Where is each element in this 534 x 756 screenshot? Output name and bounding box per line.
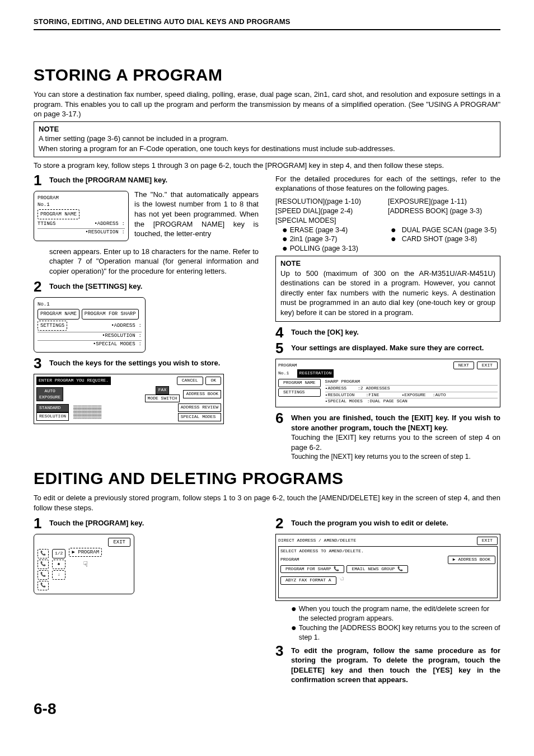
scr-button[interactable]: SETTINGS	[278, 388, 321, 397]
program-item[interactable]: ABYZ FAX FORMAT A	[280, 576, 336, 585]
scr-label: •RESOLUTION	[325, 392, 355, 398]
bullet-icon: ●	[291, 623, 297, 632]
step1-body-right: The "No." that automatically appears is …	[134, 190, 259, 241]
screen-program-name: PROGRAM No.1 PROGRAM NAME TTINGS •ADDRES…	[34, 191, 129, 241]
ref: [EXPOSURE](page 1-11)	[388, 197, 500, 206]
ref: [SPECIAL MODES]	[275, 216, 500, 226]
bullet-icon: ●	[282, 234, 288, 243]
note-body: Up to 500 (maximum of 300 on the AR-M351…	[280, 269, 495, 318]
step1-body-below: screen appears. Enter up to 18 character…	[49, 247, 259, 276]
ok-button[interactable]: OK	[205, 377, 221, 385]
scr-label: REGISTRATION	[297, 369, 334, 378]
step-title: Touch the program you wish to edit or de…	[291, 516, 448, 528]
step-number: 5	[275, 341, 287, 355]
step-number: 1	[34, 516, 45, 530]
step-1: 1 Touch the [PROGRAM NAME] key.	[34, 173, 259, 187]
bullet-text: When you touch the program name, the edi…	[299, 604, 500, 623]
screen-program-key: EXIT 📞 📞 📞 📞 1/2 ♠ ↓ ▶ PROGRAM ☟	[34, 534, 134, 594]
step-2: 2 Touch the [SETTINGS] key.	[34, 279, 259, 294]
step-6: 6 When you are finished, touch the [EXIT…	[275, 411, 500, 433]
scr-label: •ADDRESS	[325, 386, 346, 392]
bullet-icon: ●	[391, 234, 396, 243]
scr-label: No.1	[38, 301, 142, 308]
scr-label: PROGRAM	[280, 557, 299, 563]
note-box-1: NOTE A timer setting (page 3-6) cannot b…	[34, 121, 500, 158]
intro-editing: To edit or delete a previously stored pr…	[34, 493, 500, 513]
address-book-button[interactable]: ▶ ADDRESS BOOK	[448, 556, 495, 564]
scr-label: •RESOLUTION	[85, 229, 125, 236]
ref: [RESOLUTION](page 1-10)	[275, 197, 388, 206]
step-title: When you are finished, touch the [EXIT] …	[291, 411, 500, 433]
hand-pointer-icon: ☜	[339, 575, 343, 584]
edit-step-3: 3 To edit the program, follow the same p…	[275, 644, 500, 685]
up-icon[interactable]: ♠	[52, 560, 65, 569]
scr-label: TTINGS	[38, 220, 55, 227]
cancel-button[interactable]: CANCEL	[177, 377, 203, 385]
address-review-button[interactable]: ADDRESS REVIEW	[178, 403, 221, 412]
program-button[interactable]: ▶ PROGRAM	[69, 548, 102, 557]
settings-button[interactable]: SETTINGS	[38, 321, 67, 331]
down-icon[interactable]: ↓	[52, 570, 65, 580]
right-intro: For the detailed procedures for each of …	[275, 174, 500, 194]
phone-icon[interactable]: 📞	[38, 581, 49, 590]
edit-step-1: 1 Touch the [PROGRAM] key.	[34, 516, 259, 530]
right-column: For the detailed procedures for each of …	[275, 172, 500, 462]
program-item[interactable]: EMAIL NEWS GROUP 📞	[346, 565, 408, 574]
exit-button[interactable]: EXIT	[108, 538, 130, 547]
program-name-button[interactable]: PROGRAM NAME	[38, 209, 79, 219]
step-title: Touch the [PROGRAM] key.	[49, 516, 144, 528]
scr-label: PROGRAM	[278, 363, 297, 369]
reference-list: [RESOLUTION](page 1-10)[EXPOSURE](page 1…	[275, 197, 500, 253]
resolution-button[interactable]: RESOLUTION	[36, 412, 69, 421]
scr-value: :FINE	[366, 392, 379, 398]
note-line: When storing a program for an F-Code ope…	[39, 144, 495, 154]
mode-switch-button[interactable]: MODE SWITCH	[145, 395, 180, 403]
scr-label: PROGRAM FOR SHARP	[82, 309, 139, 319]
scr-label: •ADDRESS	[111, 322, 142, 329]
intro-storing: You can store a destination fax number, …	[34, 90, 500, 119]
page-header: STORING, EDITING, AND DELETING AUTO DIAL…	[34, 17, 500, 30]
standard-button[interactable]: STANDARD	[36, 404, 69, 412]
step-5: 5 Your settings are displayed. Make sure…	[275, 341, 500, 355]
phone-icon[interactable]: 📞	[38, 570, 49, 580]
step-title: To edit the program, follow the same pro…	[291, 644, 500, 685]
address-book-button[interactable]: ADDRESS BOOK	[183, 390, 221, 398]
ref: 2in1 (page 3-7)	[290, 234, 388, 244]
bullet-text: Touching the [ADDRESS BOOK] key returns …	[299, 623, 500, 642]
step-number: 1	[34, 173, 45, 187]
ref: [ADDRESS BOOK] (page 3-3)	[388, 206, 500, 216]
auto-exposure-button[interactable]: AUTO EXPOSURE	[36, 387, 63, 402]
step-title: Touch the [PROGRAM NAME] key.	[49, 173, 167, 185]
exit-button[interactable]: EXIT	[477, 537, 498, 545]
scr-button[interactable]: PROGRAM NAME	[278, 379, 321, 387]
next-button[interactable]: NEXT	[453, 361, 474, 370]
step-title: Touch the [SETTINGS] key.	[49, 279, 142, 292]
bullet-icon: ●	[282, 226, 288, 234]
header-title: STORING, EDITING, AND DELETING AUTO DIAL…	[34, 17, 291, 26]
hand-pointer-icon: ☟	[69, 560, 102, 570]
scr-label: No.1	[38, 201, 125, 208]
ref: DUAL PAGE SCAN (page 3-5)	[402, 226, 500, 235]
step6-sub2: Touching the [NEXT] key returns you to t…	[291, 452, 500, 461]
exit-button[interactable]: EXIT	[477, 361, 498, 370]
pre-steps-text: To store a program key, follow steps 1 t…	[34, 161, 500, 171]
scr-label: •SPECIAL MODES	[93, 341, 142, 348]
phone-icon[interactable]: 📞	[38, 560, 49, 569]
scr-value: :2 ADDRESSES	[358, 386, 390, 392]
screen-enter-program: ENTER PROGRAM YOU REQUIRE. CANCEL OK AUT…	[34, 374, 224, 424]
scr-label: PROGRAM	[38, 195, 125, 201]
bullet-icon: ●	[282, 244, 288, 253]
scr-button[interactable]: PROGRAM NAME	[38, 309, 79, 319]
bullet-icon: ●	[391, 226, 396, 234]
scr-header: ENTER PROGRAM YOU REQUIRE.	[36, 377, 111, 385]
edit-right-col: 2 Touch the program you wish to edit or …	[275, 515, 500, 685]
step-number: 2	[34, 279, 45, 294]
phone-icon[interactable]: 📞	[38, 549, 49, 558]
program-item[interactable]: PROGRAM FOR SHARP 📞	[280, 565, 344, 574]
ref: [SPEED DIAL](page 2-4)	[275, 206, 388, 216]
heading-editing: EDITING AND DELETING PROGRAMS	[34, 467, 500, 490]
scr-label: •RESOLUTION	[102, 332, 142, 339]
fax-button[interactable]: FAX	[156, 386, 169, 395]
special-modes-button[interactable]: SPECIAL MODES	[178, 413, 221, 421]
step-number: 2	[275, 516, 287, 530]
